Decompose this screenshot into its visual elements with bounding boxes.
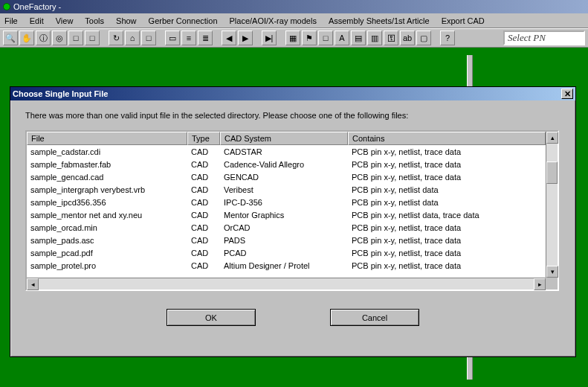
flag-icon[interactable]: ⚑ bbox=[302, 31, 317, 45]
menu-item[interactable]: Tools bbox=[85, 16, 104, 25]
table-row[interactable]: sample_gencad.cadCADGENCADPCB pin x-y, n… bbox=[27, 170, 546, 183]
help-icon[interactable]: ? bbox=[440, 31, 455, 45]
cell-contains: PCB pin x-y, netlist data, trace data bbox=[348, 211, 546, 220]
info-icon[interactable]: ⓘ bbox=[36, 31, 51, 45]
cell-cad: IPC-D-356 bbox=[220, 198, 348, 207]
text-icon[interactable]: ab bbox=[400, 31, 415, 45]
tool-b-icon[interactable]: ≣ bbox=[198, 31, 213, 45]
cell-file: sample_cadstar.cdi bbox=[27, 147, 187, 156]
hscroll-track[interactable] bbox=[39, 278, 534, 290]
select-pn-field[interactable]: Select PN bbox=[503, 31, 585, 45]
blank-icon[interactable]: □ bbox=[141, 31, 156, 45]
column-header-type[interactable]: Type bbox=[187, 132, 220, 145]
horizontal-scrollbar[interactable]: ◂ ▸ bbox=[27, 278, 546, 290]
blank-icon[interactable]: □ bbox=[85, 31, 100, 45]
cell-type: CAD bbox=[187, 223, 220, 232]
cell-contains: PCB pin x-y, netlist, trace data bbox=[348, 160, 546, 169]
scroll-down-icon[interactable]: ▾ bbox=[546, 266, 558, 278]
scroll-right-icon[interactable]: ▸ bbox=[534, 278, 546, 290]
menu-item[interactable]: Place/AOI/X-ray models bbox=[230, 16, 317, 25]
step-icon[interactable]: ▶| bbox=[262, 31, 277, 45]
table-icon[interactable]: ▥ bbox=[367, 31, 382, 45]
column-header-contains[interactable]: Contains bbox=[348, 132, 546, 145]
ok-button-label: OK bbox=[205, 313, 217, 322]
grid-icon[interactable]: ▤ bbox=[351, 31, 366, 45]
menu-item[interactable]: View bbox=[56, 16, 74, 25]
dialog-close-button[interactable]: ✕ bbox=[561, 89, 573, 99]
magnifier-icon[interactable]: 🔍 bbox=[3, 31, 18, 45]
close-icon: ✕ bbox=[564, 90, 571, 98]
table-row[interactable]: sample_protel.proCADAltium Designer / Pr… bbox=[27, 259, 546, 272]
menu-item[interactable]: Edit bbox=[30, 16, 44, 25]
cell-file: sample_pcad.pdf bbox=[27, 249, 187, 258]
menu-item[interactable]: Assembly Sheets/1st Article bbox=[329, 16, 430, 25]
choose-file-dialog: Choose Single Input File ✕ There was mor… bbox=[10, 86, 576, 357]
cell-file: sample_ipcd356.356 bbox=[27, 198, 187, 207]
cancel-button[interactable]: Cancel bbox=[330, 309, 419, 326]
column-header-cad-system[interactable]: CAD System bbox=[220, 132, 348, 145]
ok-button[interactable]: OK bbox=[167, 309, 256, 326]
blank-icon[interactable]: □ bbox=[68, 31, 83, 45]
cell-type: CAD bbox=[187, 249, 220, 258]
cell-type: CAD bbox=[187, 147, 220, 156]
cell-contains: PCB pin x-y, netlist, trace data bbox=[348, 249, 546, 258]
scroll-thumb[interactable] bbox=[546, 161, 558, 184]
vertical-scrollbar[interactable]: ▴ ▾ bbox=[546, 132, 558, 278]
tool-a-icon[interactable]: ≡ bbox=[181, 31, 196, 45]
cell-type: CAD bbox=[187, 185, 220, 194]
layers-icon[interactable]: ▦ bbox=[285, 31, 300, 45]
table-row[interactable]: sample_intergraph verybest.vrbCADVeribes… bbox=[27, 183, 546, 196]
cell-type: CAD bbox=[187, 160, 220, 169]
file-listview[interactable]: File Type CAD System Contains sample_cad… bbox=[25, 130, 559, 291]
table-row[interactable]: sample_fabmaster.fabCADCadence-Valid All… bbox=[27, 158, 546, 170]
cell-cad: Mentor Graphics bbox=[220, 211, 348, 220]
rect-icon[interactable]: ▭ bbox=[165, 31, 180, 45]
color-icon[interactable]: ▢ bbox=[416, 31, 431, 45]
table-row[interactable]: sample_orcad.minCADOrCADPCB pin x-y, net… bbox=[27, 221, 546, 234]
menu-item[interactable]: File bbox=[4, 16, 18, 25]
target-icon[interactable]: ◎ bbox=[52, 31, 67, 45]
app-status-dot bbox=[3, 3, 10, 10]
table-row[interactable]: sample_pcad.pdfCADPCADPCB pin x-y, netli… bbox=[27, 246, 546, 259]
cell-contains: PCB pin x-y, netlist, trace data bbox=[348, 147, 546, 156]
cell-file: sample_gencad.cad bbox=[27, 173, 187, 182]
cell-file: sample_fabmaster.fab bbox=[27, 160, 187, 169]
cell-contains: PCB pin x-y, netlist, trace data bbox=[348, 173, 546, 182]
cell-cad: GENCAD bbox=[220, 173, 348, 182]
prev-icon[interactable]: ◀ bbox=[222, 31, 236, 45]
cell-type: CAD bbox=[187, 236, 220, 245]
cell-contains: PCB pin x-y, netlist, trace data bbox=[348, 223, 546, 232]
table-row[interactable]: sample_ipcd356.356CADIPC-D-356PCB pin x-… bbox=[27, 196, 546, 208]
cell-cad: Altium Designer / Protel bbox=[220, 261, 348, 270]
cell-cad: PADS bbox=[220, 236, 348, 245]
scroll-left-icon[interactable]: ◂ bbox=[27, 278, 39, 290]
cell-type: CAD bbox=[187, 261, 220, 270]
menu-item[interactable]: Show bbox=[116, 16, 137, 25]
cell-contains: PCB pin x-y, netlist, trace data bbox=[348, 236, 546, 245]
cell-file: sample_pads.asc bbox=[27, 236, 187, 245]
table-row[interactable]: sample_pads.ascCADPADSPCB pin x-y, netli… bbox=[27, 234, 546, 246]
menu-item[interactable]: Gerber Connection bbox=[149, 16, 218, 25]
cell-type: CAD bbox=[187, 211, 220, 220]
dialog-title: Choose Single Input File bbox=[13, 89, 108, 98]
key-icon[interactable]: ⚿ bbox=[384, 31, 398, 45]
toolbar: 🔍✋ⓘ◎□□↻⌂□▭≡≣◀▶▶|▦⚑□A▤▥⚿ab▢? Select PN bbox=[0, 28, 588, 48]
cell-contains: PCB pin x-y, netlist, trace data bbox=[348, 261, 546, 270]
hand-icon[interactable]: ✋ bbox=[19, 31, 34, 45]
table-row[interactable]: sample_cadstar.cdiCADCADSTARPCB pin x-y,… bbox=[27, 145, 546, 158]
scroll-track[interactable] bbox=[546, 144, 558, 266]
refresh-icon[interactable]: ↻ bbox=[109, 31, 123, 45]
cell-cad: Veribest bbox=[220, 185, 348, 194]
next-icon[interactable]: ▶ bbox=[238, 31, 253, 45]
home-icon[interactable]: ⌂ bbox=[125, 31, 140, 45]
app-title: OneFactory - bbox=[13, 2, 61, 11]
menu-item[interactable]: Export CAD bbox=[442, 16, 485, 25]
blank-icon[interactable]: □ bbox=[318, 31, 333, 45]
dialog-titlebar: Choose Single Input File ✕ bbox=[10, 87, 575, 100]
align-icon[interactable]: A bbox=[335, 31, 349, 45]
column-header-file[interactable]: File bbox=[27, 132, 187, 145]
menubar: FileEditViewToolsShowGerber ConnectionPl… bbox=[0, 13, 588, 28]
table-row[interactable]: sample_mentor net and xy.neuCADMentor Gr… bbox=[27, 208, 546, 221]
cell-cad: CADSTAR bbox=[220, 147, 348, 156]
scroll-up-icon[interactable]: ▴ bbox=[546, 132, 558, 144]
